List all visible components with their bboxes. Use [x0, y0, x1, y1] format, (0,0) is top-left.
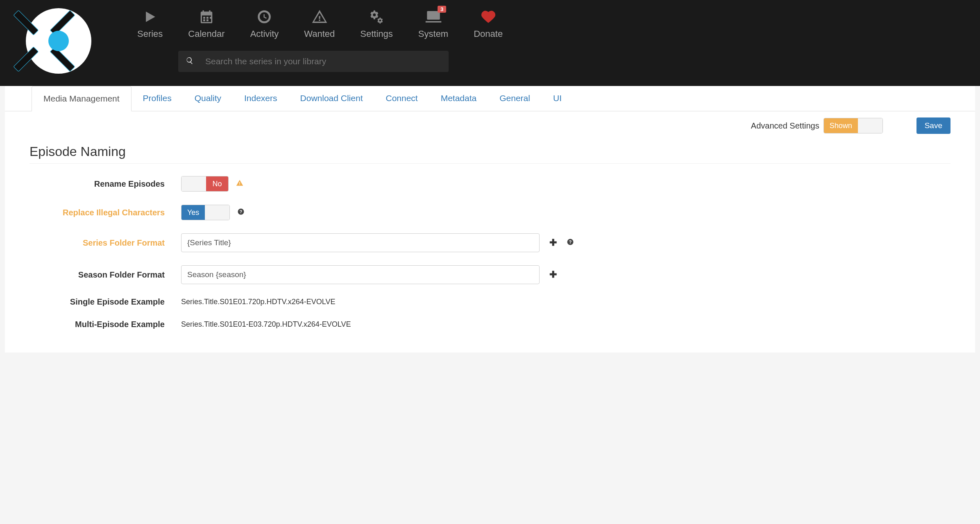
search-icon: [186, 56, 194, 66]
nav-donate[interactable]: Donate: [474, 8, 503, 39]
multi-episode-example-value: Series.Title.S01E01-E03.720p.HDTV.x264-E…: [181, 320, 351, 329]
rename-episodes-label: Rename Episodes: [29, 179, 165, 189]
row-rename-episodes: Rename Episodes No: [29, 176, 951, 192]
nav-label: Donate: [474, 29, 503, 39]
single-episode-example-label: Single Episode Example: [29, 297, 165, 307]
calendar-icon: [198, 8, 215, 25]
row-multi-episode-example: Multi-Episode Example Series.Title.S01E0…: [29, 320, 951, 329]
toggle-state: No: [206, 176, 228, 191]
nav-series[interactable]: Series: [137, 8, 163, 39]
section-title: Episode Naming: [29, 144, 951, 164]
app-header: Series Calendar Activity Wanted Settings…: [0, 0, 980, 86]
tab-connect[interactable]: Connect: [374, 86, 429, 111]
search-bar: [178, 51, 449, 72]
season-folder-format-input[interactable]: [181, 265, 540, 284]
nav-label: Wanted: [304, 29, 335, 39]
warning-icon: [311, 8, 328, 25]
tab-indexers[interactable]: Indexers: [233, 86, 289, 111]
multi-episode-example-label: Multi-Episode Example: [29, 320, 165, 329]
help-icon[interactable]: ?: [237, 208, 245, 217]
rename-episodes-toggle[interactable]: No: [181, 176, 229, 192]
warning-icon[interactable]: [236, 179, 243, 189]
nav-settings[interactable]: Settings: [360, 8, 393, 39]
row-single-episode-example: Single Episode Example Series.Title.S01E…: [29, 297, 951, 307]
tab-quality[interactable]: Quality: [183, 86, 233, 111]
help-icon[interactable]: ?: [567, 238, 574, 248]
series-folder-format-label: Series Folder Format: [29, 238, 165, 248]
tab-profiles[interactable]: Profiles: [132, 86, 183, 111]
toggle-state: Yes: [181, 205, 205, 220]
tab-metadata[interactable]: Metadata: [429, 86, 488, 111]
nav-system[interactable]: 3 System: [418, 8, 448, 39]
content-area: Media Management Profiles Quality Indexe…: [5, 86, 975, 352]
tab-general[interactable]: General: [488, 86, 542, 111]
main-nav: Series Calendar Activity Wanted Settings…: [117, 8, 980, 39]
nav-label: Activity: [250, 29, 279, 39]
advanced-settings-toggle[interactable]: Shown: [823, 118, 883, 133]
tab-media-management[interactable]: Media Management: [32, 86, 132, 111]
season-folder-format-label: Season Folder Format: [29, 270, 165, 280]
settings-tabs: Media Management Profiles Quality Indexe…: [5, 86, 975, 111]
add-token-button[interactable]: ✚: [547, 269, 559, 280]
add-token-button[interactable]: ✚: [547, 237, 559, 248]
nav-label: Calendar: [188, 29, 225, 39]
series-folder-format-input[interactable]: [181, 233, 540, 252]
toggle-state: Shown: [824, 118, 858, 133]
app-logo[interactable]: [0, 8, 117, 74]
single-episode-example-value: Series.Title.S01E01.720p.HDTV.x264-EVOLV…: [181, 298, 336, 306]
nav-label: Series: [137, 29, 163, 39]
row-season-folder-format: Season Folder Format ✚: [29, 265, 951, 284]
clock-icon: [256, 8, 273, 25]
episode-naming-section: Episode Naming Rename Episodes No Replac…: [5, 134, 975, 352]
settings-toolbar: Advanced Settings Shown Save: [5, 111, 975, 134]
nav-label: System: [418, 29, 448, 39]
search-input[interactable]: [205, 56, 441, 66]
nav-label: Settings: [360, 29, 393, 39]
replace-illegal-toggle[interactable]: Yes: [181, 205, 230, 220]
tab-ui[interactable]: UI: [542, 86, 573, 111]
nav-activity[interactable]: Activity: [250, 8, 279, 39]
gears-icon: [368, 8, 385, 25]
replace-illegal-label: Replace Illegal Characters: [29, 208, 165, 217]
nav-calendar[interactable]: Calendar: [188, 8, 225, 39]
svg-text:?: ?: [569, 239, 572, 244]
row-series-folder-format: Series Folder Format ✚ ?: [29, 233, 951, 252]
nav-wanted[interactable]: Wanted: [304, 8, 335, 39]
advanced-settings-label: Advanced Settings: [751, 121, 819, 131]
svg-text:?: ?: [240, 209, 242, 214]
tab-download-client[interactable]: Download Client: [289, 86, 374, 111]
notification-badge: 3: [438, 6, 446, 13]
play-icon: [141, 8, 159, 25]
heart-icon: [480, 8, 497, 25]
save-button[interactable]: Save: [916, 117, 951, 134]
row-replace-illegal: Replace Illegal Characters Yes ?: [29, 205, 951, 220]
